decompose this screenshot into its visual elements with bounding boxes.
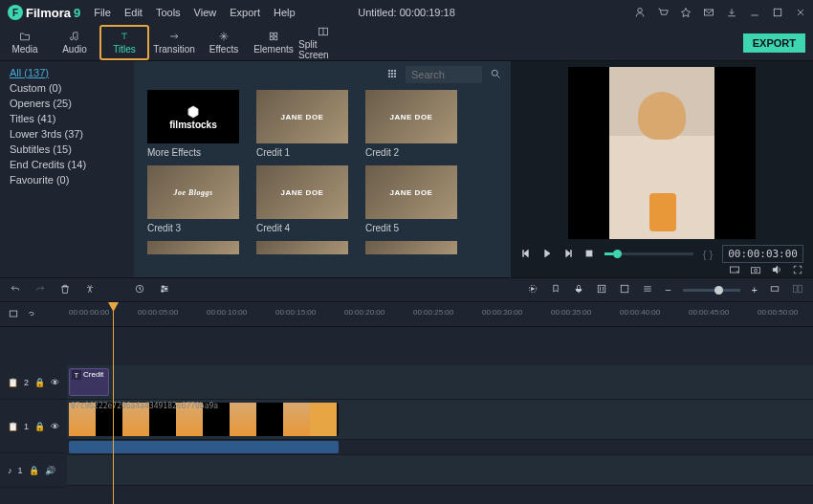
sidebar-item-openers[interactable]: Openers (25) <box>10 96 134 111</box>
link-icon[interactable] <box>25 308 36 321</box>
progress-bar[interactable] <box>604 252 693 255</box>
sidebar-item-titles[interactable]: Titles (41) <box>10 111 134 126</box>
sidebar-item-all[interactable]: All (137) <box>10 65 134 80</box>
panel-layout-icon[interactable] <box>792 283 803 296</box>
maximize-icon[interactable] <box>771 6 784 19</box>
minimize-icon[interactable] <box>748 6 761 19</box>
play-icon[interactable] <box>541 248 553 261</box>
zoom-fit-icon[interactable] <box>769 283 780 296</box>
eye-icon[interactable]: 👁 <box>51 378 59 387</box>
track-head-video[interactable]: 📋 1 🔒 👁 <box>0 400 67 453</box>
tab-media[interactable]: Media <box>0 25 50 60</box>
title-bar: F Filmora9 File Edit Tools View Export H… <box>0 0 813 25</box>
record-vo-icon[interactable] <box>573 283 584 296</box>
thumb-partial-3[interactable] <box>365 241 457 254</box>
search-icon[interactable] <box>490 68 501 81</box>
track-headers: 📋 2 🔒 👁 📋 1 🔒 👁 ♪ 1 🔒 🔊 <box>0 302 67 504</box>
svg-point-24 <box>165 288 166 290</box>
thumb-credit-2[interactable]: JANE DOE Credit 2 <box>365 90 457 158</box>
thumb-credit-4[interactable]: JANE DOE Credit 4 <box>256 165 348 233</box>
speaker-icon[interactable]: 🔊 <box>45 466 55 475</box>
delete-icon[interactable] <box>59 283 71 296</box>
duration-icon[interactable] <box>134 283 145 296</box>
tab-split-screen[interactable]: Split Screen <box>298 25 348 60</box>
next-frame-icon[interactable] <box>562 248 574 261</box>
menu-file[interactable]: File <box>94 7 111 18</box>
account-icon[interactable] <box>633 6 647 19</box>
star-icon[interactable] <box>679 6 692 19</box>
volume-icon[interactable] <box>771 264 782 277</box>
thumb-credit-3[interactable]: Joe Bloggs Credit 3 <box>147 165 239 233</box>
sidebar-item-custom[interactable]: Custom (0) <box>10 80 134 96</box>
svg-rect-4 <box>275 33 277 35</box>
zoom-out-icon[interactable]: − <box>665 284 670 296</box>
updates-icon[interactable] <box>725 6 738 19</box>
undo-icon[interactable] <box>10 283 21 296</box>
export-button[interactable]: EXPORT <box>743 33 805 53</box>
keyframe-icon[interactable] <box>619 283 630 296</box>
menu-tools[interactable]: Tools <box>156 7 181 18</box>
time-ruler[interactable]: 00:00:00:00 00:00:05:00 00:00:10:00 00:0… <box>67 302 813 327</box>
redo-icon[interactable] <box>34 283 46 296</box>
quality-icon[interactable] <box>729 264 740 277</box>
close-icon[interactable] <box>794 6 807 19</box>
zoom-slider[interactable] <box>683 289 740 292</box>
track-head-title[interactable]: 📋 2 🔒 👁 <box>0 365 67 400</box>
audio-track[interactable] <box>67 440 813 455</box>
marker-icon[interactable] <box>550 283 561 296</box>
cart-icon[interactable] <box>656 6 670 19</box>
timecode-display[interactable]: 00:00:03:00 <box>722 245 803 263</box>
lock-icon[interactable]: 🔒 <box>34 378 45 387</box>
prev-frame-icon[interactable] <box>520 248 532 261</box>
grid-view-icon[interactable] <box>386 68 398 81</box>
render-icon[interactable] <box>527 283 538 296</box>
tab-audio[interactable]: Audio <box>50 25 99 60</box>
thumb-partial-1[interactable] <box>147 241 239 254</box>
credit-name: JANE DOE <box>390 113 433 121</box>
preview-video[interactable] <box>568 67 756 239</box>
title-clip[interactable]: Credit <box>69 368 109 396</box>
mixer-icon[interactable] <box>596 283 607 296</box>
sidebar-item-endcredits[interactable]: End Credits (14) <box>10 157 134 172</box>
lock-icon[interactable]: 🔒 <box>34 422 45 431</box>
thumb-more-effects[interactable]: filmstocks More Effects <box>147 90 239 158</box>
audio-clip[interactable] <box>69 441 339 453</box>
markers-label[interactable]: { } <box>703 249 713 260</box>
sidebar-item-subtitles[interactable]: Subtitles (15) <box>10 142 134 157</box>
sidebar-item-favourite[interactable]: Favourite (0) <box>10 172 134 187</box>
menu-export[interactable]: Export <box>230 7 260 18</box>
thumb-credit-5[interactable]: JANE DOE Credit 5 <box>365 165 457 233</box>
svg-rect-18 <box>586 251 592 256</box>
sidebar-item-lower3rds[interactable]: Lower 3rds (37) <box>10 126 134 142</box>
video-clip[interactable]: 07c96222e7206a4a4349182e6770ba9a <box>69 403 339 436</box>
thumb-label: Credit 2 <box>365 147 457 158</box>
tab-effects[interactable]: Effects <box>199 25 249 60</box>
eye-icon[interactable]: 👁 <box>51 422 59 431</box>
thumb-partial-2[interactable] <box>256 241 348 254</box>
snapshot-icon[interactable] <box>750 264 761 277</box>
timeline-body[interactable]: 00:00:00:00 00:00:05:00 00:00:10:00 00:0… <box>67 302 813 504</box>
manage-tracks-icon[interactable] <box>642 283 653 296</box>
thumb-credit-1[interactable]: JANE DOE Credit 1 <box>256 90 348 158</box>
split-icon[interactable] <box>84 283 96 296</box>
audio-track-2[interactable] <box>67 455 813 486</box>
stop-icon[interactable] <box>583 248 595 261</box>
menu-edit[interactable]: Edit <box>124 7 143 18</box>
settings-icon[interactable] <box>159 283 170 296</box>
tab-transition[interactable]: Transition <box>149 25 199 60</box>
mail-icon[interactable] <box>702 6 715 19</box>
search-input[interactable] <box>406 66 482 83</box>
tab-elements[interactable]: Elements <box>249 25 298 60</box>
lock-icon[interactable]: 🔒 <box>29 466 39 475</box>
tab-titles[interactable]: Titles <box>99 25 149 60</box>
playhead[interactable] <box>113 302 114 504</box>
menu-view[interactable]: View <box>194 7 217 18</box>
video-track[interactable]: 07c96222e7206a4a4349182e6770ba9a <box>67 400 813 440</box>
title-track[interactable]: Credit <box>67 365 813 400</box>
zoom-in-icon[interactable]: + <box>752 284 758 296</box>
ripple-icon[interactable] <box>8 308 19 321</box>
thumbnail-grid[interactable]: filmstocks More Effects JANE DOE Credit … <box>134 88 511 277</box>
track-head-audio[interactable]: ♪ 1 🔒 🔊 <box>0 453 67 488</box>
menu-help[interactable]: Help <box>274 7 296 18</box>
fullscreen-icon[interactable] <box>792 264 803 277</box>
